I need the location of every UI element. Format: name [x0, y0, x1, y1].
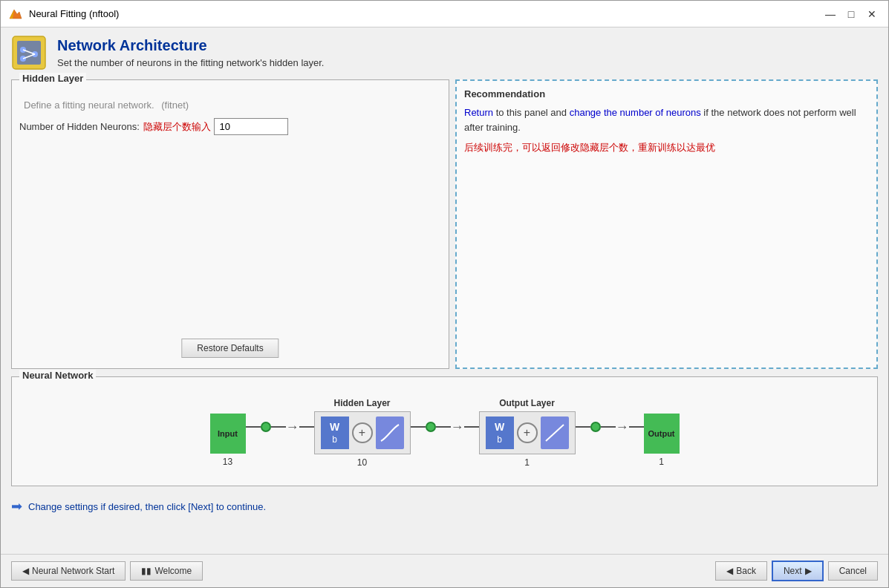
- define-text: Define a fitting neural network. (fitnet…: [19, 99, 441, 111]
- input-to-hidden-connector: →: [246, 419, 314, 435]
- hidden-b-text: b: [332, 434, 337, 445]
- output-layer-diagram-box: Output Layer W b +: [479, 398, 576, 468]
- output-plus-circle: +: [517, 422, 538, 443]
- hidden-layer-diagram-label: Hidden Layer: [333, 398, 390, 408]
- hint-arrow-icon: ➡: [11, 498, 22, 514]
- welcome-icon: ▮▮: [141, 566, 152, 576]
- hint-section: ➡ Change settings if desired, then click…: [11, 494, 878, 519]
- back-button[interactable]: ◀ Back: [715, 561, 767, 581]
- next-icon: ▶: [805, 566, 812, 576]
- hidden-plus-circle: +: [352, 422, 373, 443]
- page-subtitle: Set the number of neurons in the fitting…: [57, 57, 324, 68]
- output-w-text: W: [495, 421, 504, 433]
- restore-defaults-button[interactable]: Restore Defaults: [181, 339, 279, 358]
- next-button[interactable]: Next ▶: [772, 561, 824, 581]
- nn-start-button[interactable]: ◀ Neural Network Start: [11, 561, 126, 581]
- header-text: Network Architecture Set the number of n…: [57, 37, 324, 68]
- recommendation-panel: Recommendation Return to this panel and …: [455, 79, 878, 369]
- hidden-layer-legend: Hidden Layer: [19, 73, 86, 84]
- recommendation-legend: Recommendation: [464, 88, 869, 99]
- back-icon: ◀: [726, 566, 733, 576]
- output-w-box: W b: [486, 416, 514, 449]
- content-area: Network Architecture Set the number of n…: [1, 27, 888, 554]
- neural-network-legend: Neural Network: [19, 370, 96, 381]
- header-section: Network Architecture Set the number of n…: [11, 35, 878, 71]
- minimize-button[interactable]: ―: [821, 7, 839, 22]
- title-bar: Neural Fitting (nftool) ― □ ✕: [1, 1, 888, 27]
- output-box: Output: [644, 414, 680, 454]
- circle-1: [261, 422, 271, 432]
- input-box: Input: [210, 414, 246, 454]
- title-bar-controls: ― □ ✕: [821, 7, 881, 22]
- recommendation-chinese: 后续训练完，可以返回修改隐藏层个数，重新训练以达最优: [464, 140, 869, 156]
- title-bar-text: Neural Fitting (nftool): [29, 8, 821, 19]
- input-num: 13: [223, 457, 232, 467]
- neuron-count-input[interactable]: [214, 118, 288, 135]
- output-linear: [541, 416, 569, 449]
- output-layer-num: 1: [524, 457, 530, 468]
- hidden-layer-panel: Hidden Layer Define a fitting neural net…: [11, 79, 449, 369]
- back-label: Back: [736, 566, 756, 576]
- hint-text: Change settings if desired, then click […: [28, 501, 266, 512]
- neuron-row: Number of Hidden Neurons: 隐藏层个数输入: [19, 118, 441, 135]
- main-window: Neural Fitting (nftool) ― □ ✕: [0, 0, 889, 588]
- hidden-layer-num: 10: [357, 457, 367, 468]
- output-connector: →: [576, 419, 644, 435]
- input-layer-box: Input 13: [210, 399, 246, 467]
- output-layer-inner: W b +: [479, 411, 576, 454]
- neuron-label: Number of Hidden Neurons: 隐藏层个数输入: [19, 120, 211, 134]
- matlab-icon: [8, 7, 23, 22]
- maximize-button[interactable]: □: [842, 7, 860, 22]
- output-layer-diagram-label: Output Layer: [499, 398, 555, 408]
- close-button[interactable]: ✕: [863, 7, 881, 22]
- page-title: Network Architecture: [57, 37, 324, 54]
- circle-3: [590, 422, 601, 432]
- circle-2: [426, 422, 436, 432]
- hidden-w-text: W: [330, 421, 339, 433]
- change-neurons-link[interactable]: change the number of neurons: [570, 107, 701, 118]
- two-panel: Hidden Layer Define a fitting neural net…: [11, 79, 878, 369]
- nn-start-icon: ◀: [22, 566, 29, 576]
- neural-network-section: Neural Network Input 13 →: [11, 376, 878, 486]
- cancel-button[interactable]: Cancel: [828, 561, 878, 581]
- network-architecture-icon: [11, 35, 47, 71]
- nn-start-label: Neural Network Start: [32, 566, 114, 576]
- next-label: Next: [784, 566, 802, 576]
- output-b-text: b: [497, 434, 502, 445]
- define-label: Define a fitting neural network.: [24, 99, 154, 111]
- hidden-sigmoid: [376, 416, 404, 449]
- define-hint: (fitnet): [161, 99, 189, 111]
- welcome-button[interactable]: ▮▮ Welcome: [130, 561, 203, 581]
- output-box-wrapper: Output 1: [644, 399, 680, 467]
- hidden-w-box: W b: [321, 416, 349, 449]
- hidden-layer-inner: W b +: [314, 411, 411, 454]
- recommendation-text: Return to this panel and change the numb…: [464, 105, 869, 134]
- neuron-chinese: 隐藏层个数输入: [143, 121, 211, 132]
- bottom-bar: ◀ Neural Network Start ▮▮ Welcome ◀ Back…: [1, 554, 888, 587]
- hidden-to-output-connector: →: [411, 419, 479, 435]
- output-num: 1: [659, 457, 664, 467]
- return-link[interactable]: Return: [464, 107, 493, 118]
- hidden-layer-diagram-box: Hidden Layer W b +: [314, 398, 411, 468]
- welcome-label: Welcome: [154, 566, 192, 576]
- network-diagram: Input 13 → Hidden Layer: [22, 383, 867, 475]
- cancel-label: Cancel: [839, 566, 867, 576]
